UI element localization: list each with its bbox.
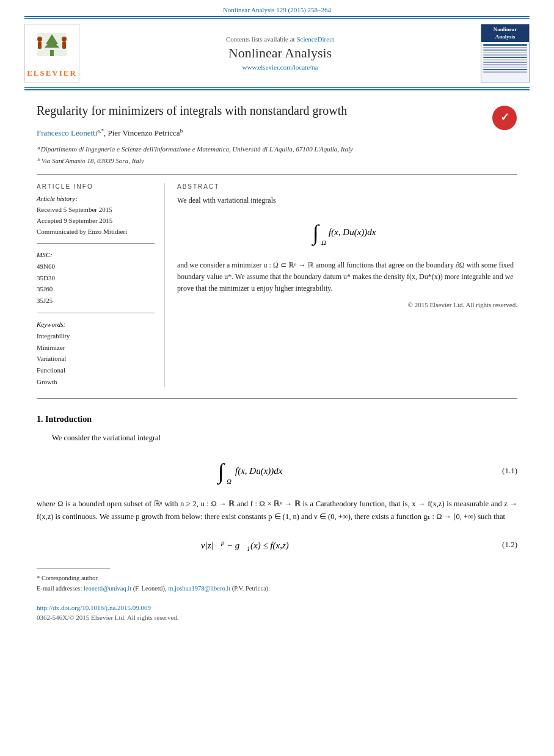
svg-text:1: 1 xyxy=(247,545,250,552)
intro-para2: where Ω is a bounded open subset of ℝⁿ w… xyxy=(37,498,517,523)
msc-code-1: 35D30 xyxy=(37,274,55,282)
intro-para1: We consider the variational integral xyxy=(37,432,517,445)
svg-text:f(x, Du(x))dx: f(x, Du(x))dx xyxy=(329,227,376,238)
svg-rect-7 xyxy=(62,42,66,49)
svg-text:Ω: Ω xyxy=(321,239,326,246)
journal-center-info: Contents lists available at ScienceDirec… xyxy=(86,24,475,82)
two-col-section: ARTICLE INFO Article history: Received 5… xyxy=(37,183,517,387)
abstract-text2: and we consider a minimizer u : Ω ⊂ ℝⁿ →… xyxy=(177,261,514,293)
abstract-heading: ABSTRACT xyxy=(177,183,517,190)
article-history: Article history: Received 5 September 20… xyxy=(37,195,155,237)
author-leonetti: Francesco Leonetti xyxy=(37,128,97,137)
msc-code-2: 35J60 xyxy=(37,285,53,293)
formula-1-1: ∫ Ω f(x, Du(x))dx (1.1) xyxy=(37,453,517,489)
crossmark-icon: ✓ xyxy=(492,105,517,131)
abstract-integral-svg: ∫ Ω f(x, Du(x))dx xyxy=(308,214,387,248)
svg-text:Ω: Ω xyxy=(227,478,231,485)
abstract-text: We deal with variational integrals ∫ Ω f… xyxy=(177,195,517,310)
svg-text:p: p xyxy=(221,539,225,546)
keyword-4: Growth xyxy=(37,378,57,385)
intro-body: We consider the variational integral xyxy=(37,432,517,445)
affiliation-b: ᵇ Via Sant'Amasio 18, 03039 Sora, Italy xyxy=(37,156,517,166)
keywords-section: Keywords: Integrability Minimizer Variat… xyxy=(37,321,155,387)
formula-1-1-number: (1.1) xyxy=(487,466,517,476)
svg-rect-1 xyxy=(50,50,54,56)
introduction-heading: 1. Introduction xyxy=(37,415,517,424)
svg-text:✓: ✓ xyxy=(500,111,509,123)
footnote-emails: E-mail addresses: leonetti@univaq.it (F.… xyxy=(37,584,517,594)
formula-1-2-content: ν|z| p − g 1 (x) ≤ f(x,z) xyxy=(37,531,487,558)
msc-section: MSC: 49N60 35D30 35J60 35J25 xyxy=(37,251,155,307)
keyword-1: Minimizer xyxy=(37,344,65,351)
elsevier-logo: ELSEVIER xyxy=(24,24,79,82)
paper-section: ✓ Regularity for minimizers of integrals… xyxy=(0,90,554,399)
sciencedirect-link[interactable]: ScienceDirect xyxy=(296,35,334,43)
copyright-footer: 0362-546X/© 2015 Elsevier Ltd. All right… xyxy=(37,614,517,621)
article-info-col: ARTICLE INFO Article history: Received 5… xyxy=(37,183,165,387)
svg-point-6 xyxy=(62,37,67,42)
msc-code-0: 49N60 xyxy=(37,263,55,270)
email2-link[interactable]: m.joshua1978@libero.it xyxy=(168,585,230,592)
abstract-copyright: © 2015 Elsevier Ltd. All rights reserved… xyxy=(177,300,517,311)
keyword-2: Variational xyxy=(37,355,66,362)
keyword-3: Functional xyxy=(37,366,65,374)
journal-info-row: ELSEVIER Contents lists available at Sci… xyxy=(0,19,554,87)
crossmark-badge: ✓ xyxy=(492,105,517,133)
svg-point-4 xyxy=(37,37,42,42)
journal-name: Nonlinear Analysis xyxy=(86,45,475,61)
contents-line: Contents lists available at ScienceDirec… xyxy=(86,35,475,43)
introduction-section: 1. Introduction We consider the variatio… xyxy=(0,402,554,620)
elsevier-text: ELSEVIER xyxy=(27,68,77,78)
svg-text:(x) ≤ f(x,z): (x) ≤ f(x,z) xyxy=(250,540,289,551)
abstract-col: ABSTRACT We deal with variational integr… xyxy=(165,183,517,387)
svg-text:f(x, Du(x))dx: f(x, Du(x))dx xyxy=(235,466,283,476)
authors: Francesco Leonettia,*, Pier Vincenzo Pet… xyxy=(37,128,517,138)
formula-1-2-number: (1.2) xyxy=(487,540,517,550)
article-info-heading: ARTICLE INFO xyxy=(37,183,155,190)
footnote-divider xyxy=(37,568,110,569)
svg-text:− g: − g xyxy=(227,540,240,550)
footnote: * Corresponding author. E-mail addresses… xyxy=(37,573,517,594)
svg-text:∫: ∫ xyxy=(217,459,225,485)
svg-text:ν|z|: ν|z| xyxy=(201,540,214,550)
msc-code-3: 35J25 xyxy=(37,297,53,304)
paper-title: Regularity for minimizers of integrals w… xyxy=(37,103,517,119)
journal-url[interactable]: www.elsevier.com/locate/na xyxy=(86,64,475,71)
email1-link[interactable]: leonetti@univaq.it xyxy=(84,585,131,592)
formula-1-2-svg: ν|z| p − g 1 (x) ≤ f(x,z) xyxy=(195,531,329,556)
svg-rect-5 xyxy=(38,42,42,49)
affiliations: ᵃ Dipartimento di Ingegneria e Scienze d… xyxy=(37,144,517,165)
keyword-0: Integrability xyxy=(37,332,70,340)
journal-cover: Nonlinear Analysis xyxy=(481,24,530,82)
affiliation-a: ᵃ Dipartimento di Ingegneria e Scienze d… xyxy=(37,144,517,154)
formula-1-2: ν|z| p − g 1 (x) ≤ f(x,z) (1.2) xyxy=(37,531,517,558)
doi-line[interactable]: http://dx.doi.org/10.1016/j.na.2015.09.0… xyxy=(37,604,517,611)
svg-text:∫: ∫ xyxy=(312,220,320,246)
formula-1-1-svg: ∫ Ω f(x, Du(x))dx xyxy=(213,453,311,487)
formula-1-1-content: ∫ Ω f(x, Du(x))dx xyxy=(37,453,487,489)
journal-citation: Nonlinear Analysis 129 (2015) 258–264 xyxy=(0,0,554,16)
abstract-formula: ∫ Ω f(x, Du(x))dx xyxy=(177,214,517,253)
footnote-corresponding: * Corresponding author. xyxy=(37,573,517,584)
